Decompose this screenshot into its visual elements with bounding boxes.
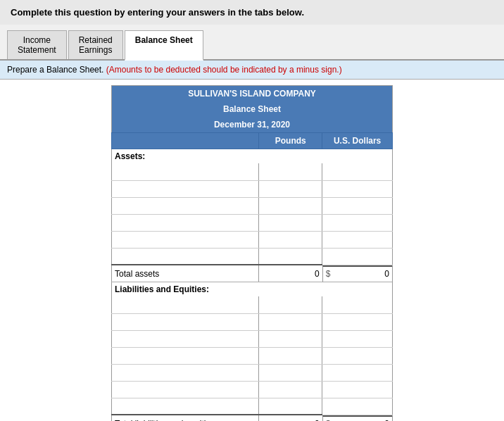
asset-pounds-6[interactable] (259, 249, 322, 264)
table-row (112, 330, 393, 347)
table-row (112, 231, 393, 248)
table-row (112, 313, 393, 330)
liability-pounds-7[interactable] (259, 398, 322, 414)
balance-sheet-table: SULLIVAN'S ISLAND COMPANY Balance Sheet … (111, 85, 393, 421)
liability-pounds-3[interactable] (259, 331, 322, 346)
asset-pounds-5[interactable] (259, 232, 322, 247)
liability-name-1[interactable] (112, 297, 258, 313)
asset-name-1[interactable] (112, 164, 258, 180)
table-row (112, 180, 393, 197)
liability-dollars-5[interactable] (322, 365, 392, 380)
table-row (112, 347, 393, 364)
tabs-container: Income Statement Retained Earnings Balan… (0, 25, 504, 61)
asset-dollars-4[interactable] (322, 215, 392, 230)
col-header-dollars: U.S. Dollars (322, 133, 393, 149)
liability-name-3[interactable] (112, 331, 258, 346)
assets-label: Assets: (112, 149, 393, 164)
total-liabilities-label: Total liabilities and equities (112, 415, 259, 421)
table-row (112, 248, 393, 265)
table-row (112, 296, 393, 313)
total-liabilities-dollars: $ 0 (322, 415, 392, 422)
instruction-bar: Complete this question by entering your … (0, 0, 504, 25)
asset-name-4[interactable] (112, 215, 258, 230)
asset-pounds-1[interactable] (259, 164, 322, 180)
asset-name-6[interactable] (112, 249, 258, 264)
liability-dollars-3[interactable] (322, 331, 392, 346)
liability-dollars-6[interactable] (322, 382, 392, 397)
liabilities-label: Liabilities and Equities: (112, 282, 393, 297)
table-row (112, 214, 393, 231)
table-row (112, 163, 393, 180)
asset-dollars-5[interactable] (322, 232, 392, 247)
liability-dollars-2[interactable] (322, 314, 392, 329)
asset-name-2[interactable] (112, 181, 258, 196)
notice-bar: Prepare a Balance Sheet. (Amounts to be … (0, 61, 504, 80)
asset-dollars-2[interactable] (322, 181, 392, 196)
asset-pounds-3[interactable] (259, 198, 322, 213)
table-row (112, 197, 393, 214)
col-header-label (112, 133, 259, 149)
table-row (112, 364, 393, 381)
liability-name-2[interactable] (112, 314, 258, 329)
company-name: SULLIVAN'S ISLAND COMPANY (112, 86, 393, 102)
asset-dollars-3[interactable] (322, 198, 392, 213)
asset-name-5[interactable] (112, 232, 258, 247)
liability-dollars-7[interactable] (322, 398, 392, 414)
asset-name-3[interactable] (112, 198, 258, 213)
liability-name-6[interactable] (112, 382, 258, 397)
liability-name-4[interactable] (112, 348, 258, 363)
asset-dollars-1[interactable] (322, 164, 392, 180)
sheet-title: Balance Sheet (112, 101, 393, 117)
total-assets-row: Total assets 0 $ 0 (112, 265, 393, 282)
liability-name-7[interactable] (112, 398, 258, 414)
liability-dollars-4[interactable] (322, 348, 392, 363)
total-assets-dollars: $ 0 (322, 265, 392, 282)
total-liabilities-pounds: 0 (259, 415, 322, 421)
tab-income-statement[interactable]: Income Statement (7, 30, 67, 59)
liability-name-5[interactable] (112, 365, 258, 380)
tab-balance-sheet[interactable]: Balance Sheet (125, 30, 203, 61)
liability-pounds-5[interactable] (259, 365, 322, 380)
liability-pounds-4[interactable] (259, 348, 322, 363)
total-liabilities-row: Total liabilities and equities 0 $ 0 (112, 415, 393, 421)
col-header-pounds: Pounds (259, 133, 322, 149)
asset-dollars-6[interactable] (322, 249, 392, 264)
liability-pounds-1[interactable] (259, 297, 322, 313)
total-assets-label: Total assets (112, 265, 259, 282)
sheet-date: December 31, 2020 (112, 117, 393, 133)
table-row (112, 398, 393, 415)
table-row (112, 381, 393, 398)
tab-retained-earnings[interactable]: Retained Earnings (68, 30, 123, 59)
liability-pounds-2[interactable] (259, 314, 322, 329)
liability-pounds-6[interactable] (259, 382, 322, 397)
liability-dollars-1[interactable] (322, 297, 392, 313)
asset-pounds-2[interactable] (259, 181, 322, 196)
asset-pounds-4[interactable] (259, 215, 322, 230)
total-assets-pounds: 0 (259, 265, 322, 282)
